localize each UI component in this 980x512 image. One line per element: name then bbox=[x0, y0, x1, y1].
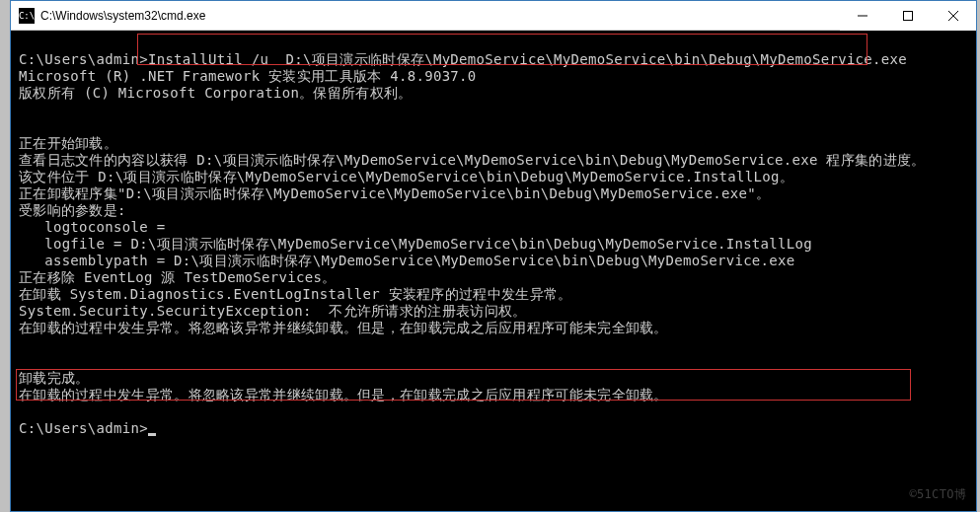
svg-rect-1 bbox=[904, 12, 913, 21]
terminal-line: logfile = D:\项目演示临时保存\MyDemoService\MyDe… bbox=[19, 236, 968, 253]
terminal-line bbox=[19, 102, 968, 118]
terminal-line: 该文件位于 D:\项目演示临时保存\MyDemoService\MyDemoSe… bbox=[19, 169, 968, 185]
terminal-line: 在卸载的过程中发生异常。将忽略该异常并继续卸载。但是，在卸载完成之后应用程序可能… bbox=[19, 387, 968, 403]
terminal-line: 在卸载的过程中发生异常。将忽略该异常并继续卸载。但是，在卸载完成之后应用程序可能… bbox=[19, 320, 968, 336]
terminal-line: assemblypath = D:\项目演示临时保存\MyDemoService… bbox=[19, 253, 968, 269]
terminal-line bbox=[19, 403, 968, 420]
terminal-output[interactable]: C:\Users\admin>InstallUtil /u D:\项目演示临时保… bbox=[11, 31, 976, 511]
terminal-line bbox=[19, 353, 968, 370]
terminal-line: 查看日志文件的内容以获得 D:\项目演示临时保存\MyDemoService\M… bbox=[19, 152, 968, 169]
titlebar: C:\ C:\Windows\system32\cmd.exe bbox=[11, 1, 976, 31]
terminal-line bbox=[19, 118, 968, 135]
cmd-window: C:\ C:\Windows\system32\cmd.exe C:\Users… bbox=[10, 0, 977, 512]
terminal-line: System.Security.SecurityException: 不允许所请… bbox=[19, 303, 968, 320]
maximize-button[interactable] bbox=[885, 1, 931, 31]
terminal-line bbox=[19, 336, 968, 353]
terminal-line: 正在开始卸载。 bbox=[19, 135, 968, 152]
minimize-button[interactable] bbox=[840, 1, 885, 31]
window-title: C:\Windows\system32\cmd.exe bbox=[40, 9, 840, 23]
terminal-line: C:\Users\admin>InstallUtil /u D:\项目演示临时保… bbox=[19, 51, 968, 68]
cursor bbox=[148, 433, 156, 436]
watermark: ©51CTO博 bbox=[910, 486, 966, 503]
terminal-line: logtoconsole = bbox=[19, 219, 968, 236]
close-button[interactable] bbox=[931, 1, 976, 31]
terminal-line: 卸载完成。 bbox=[19, 370, 968, 387]
window-controls bbox=[840, 1, 976, 30]
terminal-line: Microsoft (R) .NET Framework 安装实用工具版本 4.… bbox=[19, 68, 968, 85]
cmd-icon: C:\ bbox=[19, 8, 35, 24]
terminal-line: 在卸载 System.Diagnostics.EventLogInstaller… bbox=[19, 286, 968, 303]
terminal-line bbox=[19, 35, 968, 51]
terminal-line: 受影响的参数是: bbox=[19, 202, 968, 219]
terminal-line: 正在移除 EventLog 源 TestDemoServices。 bbox=[19, 269, 968, 286]
terminal-line: 版权所有 (C) Microsoft Corporation。保留所有权利。 bbox=[19, 85, 968, 102]
terminal-line: 正在卸载程序集"D:\项目演示临时保存\MyDemoService\MyDemo… bbox=[19, 185, 968, 202]
terminal-line: C:\Users\admin> bbox=[19, 420, 968, 437]
